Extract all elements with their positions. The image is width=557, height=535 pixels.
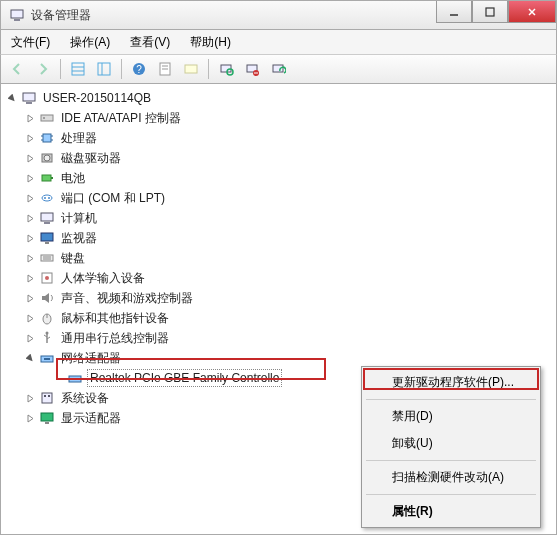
tree-item[interactable]: 网络适配器 [5,348,556,368]
svg-rect-34 [42,175,51,181]
ctx-update-driver[interactable]: 更新驱动程序软件(P)... [364,369,538,396]
tree-item[interactable]: 电池 [5,168,556,188]
svg-rect-6 [72,63,84,75]
chevron-right-icon[interactable] [23,311,37,325]
tree-item[interactable]: 磁盘驱动器 [5,148,556,168]
svg-rect-3 [486,8,494,16]
chevron-right-icon[interactable] [23,151,37,165]
device-category-icon [39,190,55,206]
chevron-right-icon[interactable] [23,131,37,145]
svg-point-26 [43,117,45,119]
chevron-down-icon[interactable] [23,351,37,365]
svg-rect-58 [42,393,52,403]
svg-rect-35 [51,177,53,179]
svg-rect-43 [41,255,53,261]
device-category-icon [39,290,55,306]
properties-button[interactable] [153,57,177,81]
computer-icon [21,90,37,106]
svg-rect-40 [44,222,50,224]
svg-rect-59 [44,395,46,397]
app-icon [9,7,25,23]
ctx-disable[interactable]: 禁用(D) [364,403,538,430]
chevron-right-icon[interactable] [23,191,37,205]
list-view-button[interactable] [92,57,116,81]
chevron-right-icon[interactable] [23,391,37,405]
back-button [5,57,29,81]
network-adapter-icon [67,370,83,386]
svg-rect-16 [185,65,197,73]
tree-label: 处理器 [59,129,99,148]
svg-rect-57 [72,378,78,380]
close-button[interactable] [508,1,556,23]
tree-label: IDE ATA/ATAPI 控制器 [59,109,183,128]
svg-rect-0 [11,10,23,18]
ctx-uninstall[interactable]: 卸载(U) [364,430,538,457]
svg-rect-42 [45,242,49,244]
ctx-scan[interactable]: 扫描检测硬件改动(A) [364,464,538,491]
menu-file[interactable]: 文件(F) [7,32,54,53]
context-menu: 更新驱动程序软件(P)... 禁用(D) 卸载(U) 扫描检测硬件改动(A) 属… [361,366,541,528]
tree-root[interactable]: USER-20150114QB [5,88,556,108]
chevron-right-icon[interactable] [23,331,37,345]
tree-item[interactable]: 端口 (COM 和 LPT) [5,188,556,208]
device-category-icon [39,250,55,266]
chevron-right-icon[interactable] [23,411,37,425]
help-button[interactable]: ? [127,57,151,81]
svg-text:?: ? [136,64,142,75]
ctx-separator [366,460,536,461]
tree-item[interactable]: 通用串行总线控制器 [5,328,556,348]
device-category-icon [39,330,55,346]
tree-item[interactable]: 监视器 [5,228,556,248]
tree-item[interactable]: IDE ATA/ATAPI 控制器 [5,108,556,128]
tree-item[interactable]: 计算机 [5,208,556,228]
tree-item[interactable]: 鼠标和其他指针设备 [5,308,556,328]
tree-item[interactable]: 声音、视频和游戏控制器 [5,288,556,308]
show-hidden-button[interactable] [179,57,203,81]
chevron-right-icon[interactable] [23,231,37,245]
tree-label: 鼠标和其他指针设备 [59,309,171,328]
device-tree-panel: USER-20150114QBIDE ATA/ATAPI 控制器处理器磁盘驱动器… [0,84,557,535]
uninstall-device-button[interactable] [240,57,264,81]
chevron-right-icon[interactable] [23,291,37,305]
svg-point-36 [42,195,52,201]
svg-point-47 [45,276,49,280]
tree-label: 网络适配器 [59,349,123,368]
device-category-icon [39,350,55,366]
tree-label: 键盘 [59,249,87,268]
window-controls [436,1,556,23]
chevron-right-icon[interactable] [23,251,37,265]
chevron-right-icon[interactable] [23,171,37,185]
scan-button[interactable] [214,57,238,81]
tree-item[interactable]: 人体学输入设备 [5,268,556,288]
toolbar-separator [208,59,209,79]
tree-label: 显示适配器 [59,409,123,428]
update-driver-button[interactable] [266,57,290,81]
svg-rect-39 [41,213,53,221]
svg-rect-61 [41,413,53,421]
svg-rect-25 [41,115,53,121]
device-category-icon [39,390,55,406]
toolbar: ? [0,54,557,84]
details-view-button[interactable] [66,57,90,81]
menu-view[interactable]: 查看(V) [126,32,174,53]
tree-label: 电池 [59,169,87,188]
tree-label: 磁盘驱动器 [59,149,123,168]
chevron-right-icon[interactable] [23,211,37,225]
svg-rect-41 [41,233,53,241]
tree-item[interactable]: 处理器 [5,128,556,148]
svg-rect-1 [14,19,20,21]
tree-label: 计算机 [59,209,99,228]
device-category-icon [39,170,55,186]
chevron-right-icon[interactable] [23,111,37,125]
ctx-properties[interactable]: 属性(R) [364,498,538,525]
tree-label-selected: Realtek PCIe GBE Family Controlle [87,369,282,387]
device-category-icon [39,150,55,166]
menu-help[interactable]: 帮助(H) [186,32,235,53]
tree-item[interactable]: 键盘 [5,248,556,268]
menu-action[interactable]: 操作(A) [66,32,114,53]
chevron-down-icon[interactable] [5,91,19,105]
chevron-right-icon[interactable] [23,271,37,285]
ctx-separator [366,399,536,400]
minimize-button[interactable] [436,1,472,23]
maximize-button[interactable] [472,1,508,23]
